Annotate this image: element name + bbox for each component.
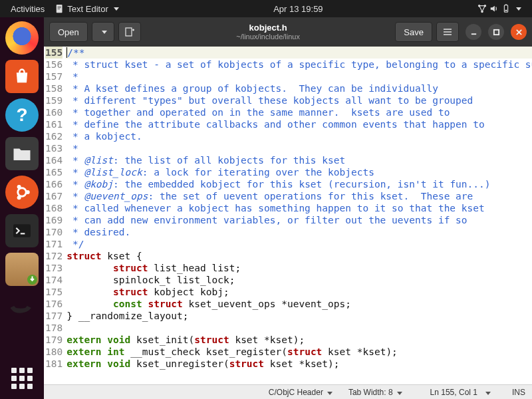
- system-status-area[interactable]: [472, 4, 527, 13]
- chevron-down-icon: [114, 7, 119, 11]
- folder-icon: [12, 145, 32, 162]
- status-bar: C/ObjC Header Tab Width: 8 Ln 155, Col 1…: [44, 384, 532, 399]
- clock[interactable]: Apr 13 19:59: [268, 4, 328, 14]
- language-selector[interactable]: C/ObjC Header: [269, 388, 332, 397]
- svg-rect-9: [505, 10, 507, 11]
- text-editor-icon: [55, 4, 65, 13]
- new-document-icon: [124, 27, 135, 37]
- svg-rect-2: [58, 7, 61, 8]
- dock-firefox[interactable]: [5, 21, 39, 55]
- dock-files[interactable]: [5, 137, 39, 170]
- source-view[interactable]: 1551561571581591601611621631641651661671…: [44, 47, 532, 384]
- open-recent-button[interactable]: [92, 22, 114, 42]
- chevron-down-icon: [516, 7, 521, 11]
- chevron-down-icon: [102, 31, 107, 34]
- svg-point-10: [18, 188, 27, 197]
- save-button[interactable]: Save: [395, 22, 432, 42]
- cursor-position: Ln 155, Col 1: [430, 388, 477, 397]
- minimize-button[interactable]: [466, 24, 481, 40]
- ubuntu-dock: ?: [0, 17, 44, 399]
- dock-package[interactable]: [5, 253, 39, 286]
- position-menu[interactable]: [481, 388, 491, 397]
- svg-point-12: [17, 185, 21, 189]
- gedit-window: Open kobject.h ~/linux/include/linux Sav…: [44, 17, 532, 399]
- apps-grid-icon: [11, 368, 33, 389]
- hamburger-menu[interactable]: [436, 22, 459, 42]
- headerbar: Open kobject.h ~/linux/include/linux Sav…: [44, 17, 532, 47]
- show-applications[interactable]: [5, 362, 39, 395]
- ubuntu-icon: [12, 182, 32, 202]
- svg-rect-14: [13, 224, 31, 237]
- tab-width-selector[interactable]: Tab Width: 8: [348, 388, 402, 397]
- filename: kobject.h: [145, 23, 392, 33]
- svg-point-13: [17, 196, 21, 200]
- hamburger-icon: [442, 27, 453, 37]
- gnome-top-panel: Activities Text Editor Apr 13 19:59: [0, 0, 532, 17]
- maximize-button[interactable]: [488, 24, 504, 40]
- dock-item[interactable]: [5, 291, 39, 325]
- filepath: ~/linux/include/linux: [145, 33, 392, 41]
- phone-icon: [11, 301, 33, 315]
- app-menu-label: Text Editor: [67, 4, 108, 14]
- dock-terminal[interactable]: [5, 214, 39, 247]
- dock-software[interactable]: [5, 60, 39, 93]
- volume-icon: [489, 4, 499, 13]
- svg-rect-8: [505, 4, 507, 5]
- insert-mode[interactable]: INS: [512, 388, 525, 397]
- battery-icon: [501, 4, 511, 13]
- svg-rect-16: [126, 28, 132, 36]
- new-tab-button[interactable]: [118, 22, 141, 42]
- dock-ubuntu[interactable]: [5, 176, 39, 209]
- svg-rect-1: [58, 7, 61, 7]
- download-icon: [17, 265, 37, 285]
- title-area: kobject.h ~/linux/include/linux: [145, 23, 392, 41]
- svg-rect-17: [493, 29, 498, 34]
- dock-help[interactable]: ?: [5, 98, 39, 132]
- terminal-icon: [13, 224, 31, 237]
- svg-rect-3: [58, 9, 61, 9]
- svg-point-11: [26, 190, 30, 194]
- shopping-bag-icon: [13, 67, 31, 86]
- activities-button[interactable]: Activities: [5, 4, 50, 14]
- open-button[interactable]: Open: [49, 22, 88, 42]
- source-text[interactable]: /** * struct kset - a set of kobjects of…: [65, 47, 532, 370]
- app-menu[interactable]: Text Editor: [50, 4, 124, 14]
- close-button[interactable]: [511, 24, 527, 40]
- network-icon: [477, 4, 487, 13]
- line-number-gutter: 1551561571581591601611621631641651661671…: [44, 47, 65, 370]
